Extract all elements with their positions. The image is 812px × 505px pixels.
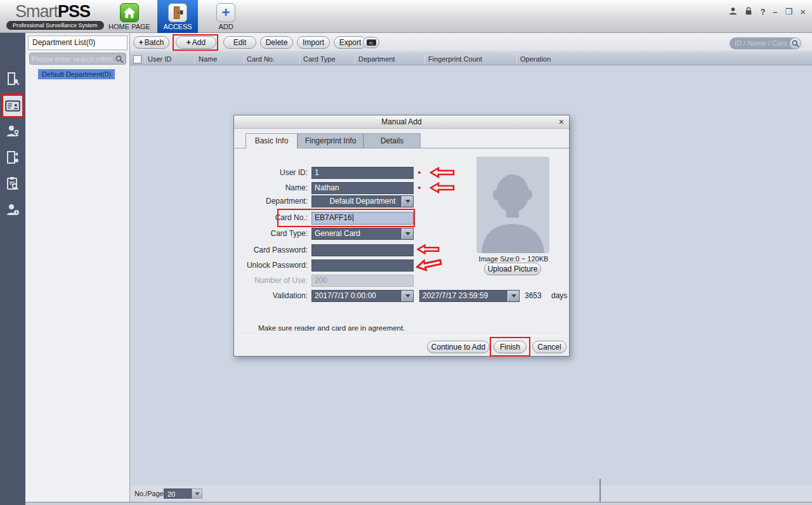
page-size-select[interactable]: 20: [164, 489, 192, 499]
chevron-down-icon: [405, 232, 410, 235]
annotation-box-finish: [490, 337, 530, 357]
edit-button[interactable]: Edit: [223, 36, 256, 49]
title-bar: SmartPSS Professional Surveillance Syste…: [0, 0, 812, 33]
chevron-down-icon: [405, 294, 410, 298]
user-search-box[interactable]: [730, 37, 801, 49]
close-icon[interactable]: ×: [800, 8, 806, 16]
ic-card-icon: IC: [367, 39, 376, 46]
window-controls: ? – ❐ ×: [729, 6, 806, 18]
validation-label: Validation:: [234, 290, 308, 302]
user-account-icon[interactable]: [729, 7, 737, 17]
import-label: Import: [303, 38, 324, 47]
batch-label: Batch: [145, 38, 164, 47]
tab-add[interactable]: + ADD: [207, 0, 245, 33]
department-panel: Department List(0) Default Department(0): [25, 33, 130, 502]
dialog-close-icon[interactable]: ×: [559, 115, 564, 128]
unlock-password-field[interactable]: [311, 259, 414, 272]
ic-card-reader-button[interactable]: IC: [363, 37, 379, 48]
validation-to-select[interactable]: 2027/7/17 23:59:59: [419, 290, 520, 302]
upload-picture-button[interactable]: Upload Picture: [484, 263, 541, 275]
card-password-field[interactable]: [311, 244, 414, 256]
col-divider: [424, 54, 425, 64]
cancel-button[interactable]: Cancel: [532, 341, 566, 353]
user-search-input[interactable]: [735, 38, 787, 48]
number-of-use-label: Number of Use:: [234, 275, 308, 287]
id-card-icon: [4, 98, 21, 114]
access-door-icon: [168, 3, 187, 22]
tab-home-page[interactable]: HOME PAGE: [105, 0, 154, 33]
tab-basic-info[interactable]: Basic Info: [246, 133, 298, 149]
col-name[interactable]: Name: [199, 53, 217, 65]
continue-to-add-label: Continue to Add: [431, 343, 485, 351]
search-button[interactable]: [790, 38, 801, 49]
col-department[interactable]: Department: [358, 53, 395, 65]
chevron-down-icon: [511, 294, 516, 298]
delete-button[interactable]: Delete: [260, 36, 293, 49]
col-divider: [355, 54, 355, 64]
sidebar-item-event[interactable]: [0, 147, 25, 168]
validation-from-dropdown-button[interactable]: [402, 291, 413, 301]
no-per-page-label: No./Page: [134, 490, 164, 497]
edit-label: Edit: [233, 38, 247, 47]
user-toolbar: +Batch +Add Edit Delete Import Export IC: [130, 33, 812, 52]
sidebar-item-user-management[interactable]: [1, 94, 24, 118]
minimize-icon[interactable]: –: [773, 8, 777, 16]
select-all-checkbox[interactable]: [133, 55, 141, 63]
department-search-input[interactable]: [32, 53, 113, 64]
annotation-box-card-no: [277, 209, 415, 227]
export-button[interactable]: Export: [334, 36, 367, 49]
tab-details[interactable]: Details: [363, 133, 421, 148]
pagination-bar: No./Page 20: [130, 485, 812, 502]
brand-tagline: Professional Surveillance System: [6, 21, 104, 30]
sidebar-item-access-config[interactable]: [0, 68, 25, 89]
col-divider: [244, 54, 244, 64]
department-item-default[interactable]: Default Department(0): [38, 69, 115, 79]
help-icon[interactable]: ?: [760, 8, 765, 16]
batch-button[interactable]: +Batch: [133, 36, 169, 49]
card-password-label: Card Password:: [234, 244, 308, 256]
log-search-icon: [5, 176, 20, 191]
home-icon: [120, 3, 139, 22]
department-value: Default Department: [329, 197, 395, 206]
chevron-down-icon: [195, 492, 200, 495]
validation-to-dropdown-button[interactable]: [508, 291, 519, 301]
user-id-field[interactable]: 1: [311, 167, 414, 179]
dialog-title: Manual Add: [234, 115, 569, 129]
search-icon[interactable]: [115, 55, 124, 63]
department-select[interactable]: Default Department: [311, 195, 414, 207]
sidebar-item-permission[interactable]: [0, 121, 25, 142]
import-button[interactable]: Import: [297, 36, 330, 49]
tab-access[interactable]: ACCESS: [157, 0, 198, 33]
tab-fingerprint-info[interactable]: Fingerprint Info: [298, 133, 363, 148]
col-user-id[interactable]: User ID: [148, 53, 171, 65]
lock-icon[interactable]: [745, 7, 752, 17]
name-label: Name:: [234, 182, 308, 194]
department-search[interactable]: [29, 53, 126, 65]
name-field[interactable]: Nathan: [311, 182, 414, 194]
restore-icon[interactable]: ❐: [785, 8, 793, 16]
person-silhouette-icon: [476, 157, 549, 253]
continue-to-add-button[interactable]: Continue to Add: [427, 341, 490, 353]
validation-from-select[interactable]: 2017/7/17 0:00:00: [311, 290, 414, 302]
number-of-use-field: 200: [311, 275, 414, 287]
card-type-dropdown-button[interactable]: [402, 228, 413, 239]
export-label: Export: [339, 38, 362, 47]
page-size-dropdown-button[interactable]: [192, 489, 202, 499]
card-type-select[interactable]: General Card: [311, 228, 414, 240]
user-table-header: User ID Name Card No. Card Type Departme…: [130, 52, 812, 65]
module-sidebar: [0, 33, 25, 505]
department-dropdown-button[interactable]: [402, 196, 413, 207]
user-id-label: User ID:: [234, 167, 308, 179]
sidebar-item-log[interactable]: [0, 173, 25, 194]
col-divider: [145, 54, 145, 64]
window-bottom-strip: [25, 502, 812, 505]
validation-days-value: 3653: [525, 290, 542, 302]
door-key-icon: [5, 71, 20, 86]
col-card-type[interactable]: Card Type: [303, 53, 336, 65]
manual-add-dialog: Manual Add × Basic Info Fingerprint Info…: [233, 115, 570, 357]
validation-from-value: 2017/7/17 0:00:00: [315, 291, 376, 300]
col-card-no[interactable]: Card No.: [247, 53, 275, 65]
col-fingerprint[interactable]: Fingerprint Count: [428, 53, 482, 65]
sidebar-item-attendance[interactable]: [0, 199, 25, 221]
col-operation[interactable]: Operation: [520, 53, 551, 65]
